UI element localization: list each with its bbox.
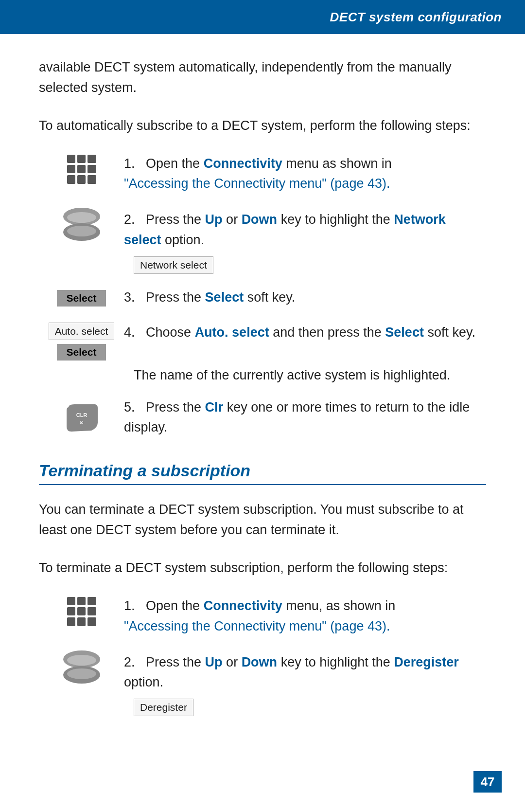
auto-select-label: Auto. select (195, 325, 269, 340)
term-intro-2: To terminate a DECT system subscription,… (39, 558, 486, 578)
step-1-block: 1. Open the Connectivity menu as shown i… (39, 154, 486, 195)
step-4-text: 4. Choose Auto. select and then press th… (124, 320, 486, 343)
step-2-prefix: Press the (146, 212, 205, 227)
step-3-block: Select 3. Press the Select soft key. (39, 288, 486, 308)
step-number-label: 3. (124, 290, 142, 305)
clr-key-icon: CLR ⊠ (65, 403, 99, 433)
step-number-label: 5. (124, 400, 142, 415)
term-up-label: Up (205, 655, 223, 669)
step-4-block: Auto. select Select 4. Choose Auto. sele… (39, 320, 486, 361)
select-inline-label: Select (205, 290, 244, 305)
step-2-block: 2. Press the Up or Down key to highlight… (39, 206, 486, 251)
grid-cell (77, 155, 86, 163)
step-4-sub: The name of the currently active system … (39, 365, 486, 386)
term-step-1-text: 1. Open the Connectivity menu, as shown … (124, 596, 486, 637)
step-3-text: 3. Press the Select soft key. (124, 288, 486, 308)
term-step-2-block: 2. Press the Up or Down key to highlight… (39, 649, 486, 693)
grid-cell (88, 165, 96, 173)
auto-select-screen: Auto. select (49, 323, 115, 340)
step-1-prefix: Open the (146, 156, 204, 171)
up-label: Up (205, 212, 223, 227)
step-3-icon-area: Select (39, 289, 124, 307)
header-bar: DECT system configuration (0, 0, 525, 34)
term-step-1-icon-area (39, 596, 124, 626)
step-2-text: 2. Press the Up or Down key to highlight… (124, 206, 486, 251)
network-select-icon-placeholder (39, 265, 124, 266)
down-label: Down (242, 212, 278, 227)
grid-cell (77, 175, 86, 183)
deregister-widget: Deregister (39, 697, 486, 718)
term-step-1-block: 1. Open the Connectivity menu, as shown … (39, 596, 486, 637)
intro-paragraph-1: available DECT system automatically, ind… (39, 57, 486, 98)
step-4-icon-area: Auto. select Select (39, 320, 124, 361)
svg-point-3 (67, 226, 96, 236)
step-1-mid: menu as shown in (282, 156, 392, 171)
term-connectivity-label: Connectivity (204, 598, 282, 613)
nav-key-icon-2 (60, 650, 104, 685)
term-intro-1: You can terminate a DECT system subscrip… (39, 500, 486, 541)
select-button-icon: Select (57, 290, 106, 307)
term-step-2-icon-area (39, 649, 124, 685)
page-number: 47 (473, 771, 502, 793)
term-step-2-text: 2. Press the Up or Down key to highlight… (124, 649, 486, 693)
svg-point-7 (67, 655, 96, 666)
step-1-icon-area (39, 154, 124, 184)
svg-point-1 (67, 212, 96, 223)
connectivity-link[interactable]: "Accessing the Connectivity menu" (page … (124, 176, 390, 191)
grid-cell (67, 175, 75, 183)
grid-cell (88, 175, 96, 183)
header-title: DECT system configuration (330, 10, 502, 25)
terminating-section-heading: Terminating a subscription (39, 461, 486, 485)
step-number-label: 4. (124, 325, 142, 340)
grid-icon (67, 155, 96, 184)
select-button-icon-2: Select (57, 344, 106, 361)
step-number-label: 1. (124, 156, 142, 171)
grid-icon-2 (67, 597, 96, 626)
network-select-screen: Network select (134, 256, 213, 274)
step-number-label: 2. (124, 212, 142, 227)
step-1-text: 1. Open the Connectivity menu as shown i… (124, 154, 486, 195)
deregister-label: Deregister (394, 655, 459, 669)
grid-cell (77, 165, 86, 173)
step-5-block: CLR ⊠ 5. Press the Clr key one or more t… (39, 397, 486, 438)
grid-cell (67, 155, 75, 163)
term-down-label: Down (242, 655, 278, 669)
deregister-screen: Deregister (134, 699, 193, 716)
select-label-2: Select (385, 325, 424, 340)
connectivity-label: Connectivity (204, 156, 282, 171)
step-5-text: 5. Press the Clr key one or more times t… (124, 397, 486, 438)
clr-label: Clr (205, 400, 224, 415)
svg-text:⊠: ⊠ (80, 420, 84, 425)
svg-point-9 (67, 668, 96, 679)
grid-cell (88, 155, 96, 163)
step-5-icon-area: CLR ⊠ (39, 402, 124, 433)
network-select-widget: Network select (39, 254, 486, 276)
svg-text:CLR: CLR (76, 412, 87, 418)
nav-key-icon (60, 207, 104, 242)
term-connectivity-link[interactable]: "Accessing the Connectivity menu" (page … (124, 619, 390, 633)
grid-cell (67, 165, 75, 173)
step-2-icon-area (39, 206, 124, 242)
step-4-subtext: The name of the currently active system … (134, 368, 450, 382)
page-content: available DECT system automatically, ind… (0, 34, 525, 767)
intro-paragraph-2: To automatically subscribe to a DECT sys… (39, 116, 486, 136)
